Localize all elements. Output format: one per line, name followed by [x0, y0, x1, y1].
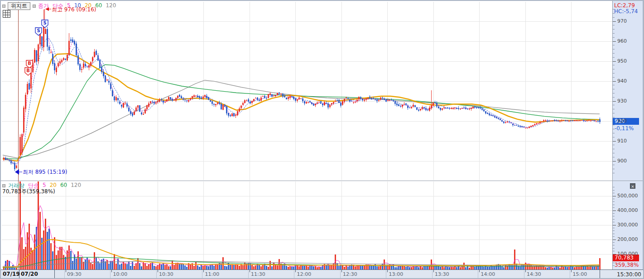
- price-legend-item-0: 종가: [38, 2, 49, 10]
- price-tick-label: 900: [617, 158, 627, 164]
- current-change-label: -0,11%: [615, 125, 634, 132]
- symbol-title-button[interactable]: 위지트: [8, 2, 30, 10]
- collapse-pane-icon[interactable]: ×: [630, 183, 635, 189]
- volume-legend-item-5: 120: [71, 182, 81, 190]
- chart-canvas[interactable]: SSBB: [1, 1, 644, 279]
- price-tick-label: 930: [617, 98, 627, 104]
- date-label-current: 07/20: [21, 271, 38, 277]
- buy-marker: B: [26, 68, 30, 73]
- price-tick-label: 970: [617, 18, 627, 24]
- volume-ratio-label: 359,38%: [615, 262, 639, 268]
- price-legend-item-6: 120: [106, 2, 116, 10]
- limit-change-low-label: LC:2,79: [614, 2, 635, 9]
- time-tick-label: 15:00: [573, 271, 587, 277]
- time-tick-label: 12:30: [343, 271, 357, 277]
- chart-window: SSBB 위지트 종가단순5102060120 LC:2,79 HC:-5,74…: [0, 0, 644, 279]
- time-tick-label: 09:30: [67, 271, 82, 277]
- day-high-annotation: 최고 976 (09:16): [52, 6, 96, 14]
- price-legend-item-5: 60: [95, 2, 102, 10]
- sell-marker: S: [37, 28, 40, 33]
- time-tick-label: 13:30: [435, 271, 449, 277]
- time-tick-label: 12:00: [297, 271, 312, 277]
- time-tick-label: 10:30: [159, 271, 173, 277]
- grip-icon[interactable]: [2, 5, 5, 8]
- time-tick-label: 10:00: [113, 271, 128, 277]
- volume-legend-item-4: 60: [60, 182, 67, 190]
- buy-marker: B: [28, 61, 31, 66]
- limit-change-high-label: HC:-5,74: [614, 8, 638, 15]
- sell-marker: S: [43, 20, 46, 25]
- price-tick-label: 920: [617, 118, 627, 124]
- volume-tick-label: 300,000: [617, 222, 638, 228]
- day-low-annotation: 최저 895 (15:19): [23, 168, 67, 176]
- volume-tick-label: 500,000: [617, 193, 638, 199]
- price-tick-label: 960: [617, 38, 627, 44]
- volume-summary-label: 70,783주(359,38%): [2, 188, 55, 196]
- grip-icon[interactable]: [2, 184, 5, 187]
- time-tick-label: 14:00: [481, 271, 495, 277]
- time-tick-label: 11:00: [205, 271, 220, 277]
- time-axis-bar[interactable]: [1, 269, 643, 278]
- time-tick-label: 14:30: [527, 271, 541, 277]
- time-tick-label: 11:30: [251, 271, 265, 277]
- volume-tick-label: 200,000: [617, 236, 638, 242]
- price-tick-label: 950: [617, 58, 627, 64]
- grip-icon[interactable]: [33, 5, 36, 8]
- price-tick-label: 940: [617, 78, 627, 84]
- volume-tick-label: 100,000: [617, 251, 638, 257]
- close-time-label: 15:30:00: [617, 271, 641, 278]
- date-label-prev: 07/19: [3, 271, 20, 277]
- volume-tick-label: 400,000: [617, 207, 638, 213]
- price-tick-label: 910: [617, 138, 627, 144]
- table-view-icon[interactable]: [3, 10, 10, 18]
- time-tick-label: 13:00: [389, 271, 404, 277]
